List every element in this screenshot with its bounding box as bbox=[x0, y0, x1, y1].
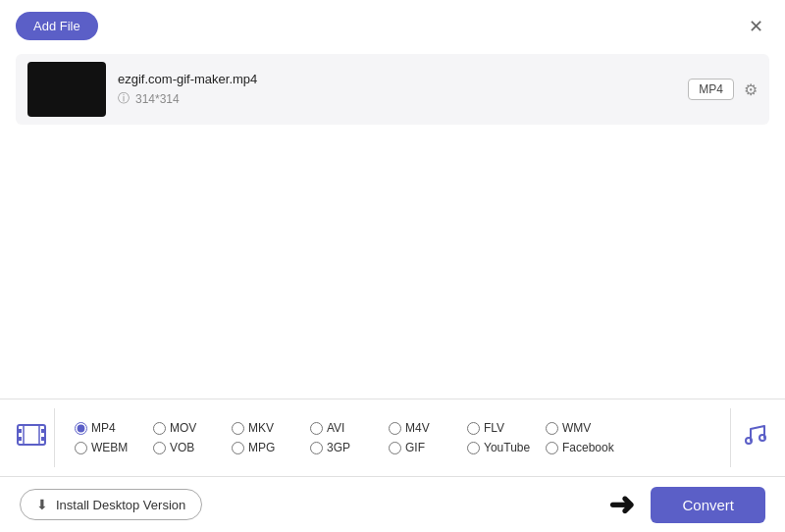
convert-button[interactable]: Convert bbox=[651, 487, 765, 523]
format-mov-radio[interactable] bbox=[153, 422, 166, 435]
svg-rect-0 bbox=[18, 425, 45, 445]
format-vob-label: VOB bbox=[170, 441, 194, 454]
format-wmv-label: WMV bbox=[562, 421, 591, 435]
file-info: ezgif.com-gif-maker.mp4 ⓘ 314*314 bbox=[118, 72, 676, 107]
file-meta: ⓘ 314*314 bbox=[118, 90, 676, 107]
format-mp4[interactable]: MP4 bbox=[75, 421, 153, 435]
svg-point-7 bbox=[746, 438, 752, 444]
format-avi[interactable]: AVI bbox=[310, 421, 389, 435]
format-youtube-radio[interactable] bbox=[467, 442, 480, 454]
format-badge: MP4 bbox=[688, 79, 734, 100]
install-label: Install Desktop Version bbox=[56, 498, 185, 512]
format-mov[interactable]: MOV bbox=[153, 421, 232, 435]
format-avi-label: AVI bbox=[327, 421, 344, 435]
file-item: ezgif.com-gif-maker.mp4 ⓘ 314*314 MP4 ⚙ bbox=[16, 54, 769, 125]
format-mpg-radio[interactable] bbox=[232, 442, 244, 454]
format-flv-radio[interactable] bbox=[467, 422, 480, 435]
audio-format-icon-area bbox=[730, 408, 777, 467]
footer-bar: ⬇ Install Desktop Version ➜ Convert bbox=[0, 477, 785, 532]
format-wmv-radio[interactable] bbox=[546, 422, 558, 435]
format-mpg-label: MPG bbox=[248, 441, 275, 454]
file-thumbnail bbox=[27, 62, 106, 117]
close-button[interactable]: ✕ bbox=[743, 16, 769, 37]
format-m4v[interactable]: M4V bbox=[389, 421, 467, 435]
format-m4v-radio[interactable] bbox=[389, 422, 401, 435]
format-mkv-label: MKV bbox=[248, 421, 274, 435]
format-gif-radio[interactable] bbox=[389, 442, 401, 454]
add-file-button[interactable]: Add File bbox=[16, 12, 98, 40]
format-m4v-label: M4V bbox=[405, 421, 430, 435]
format-mov-label: MOV bbox=[170, 421, 196, 435]
format-vob[interactable]: VOB bbox=[153, 441, 232, 454]
format-flv[interactable]: FLV bbox=[467, 421, 546, 435]
format-gif[interactable]: GIF bbox=[389, 441, 467, 454]
format-gif-label: GIF bbox=[405, 441, 425, 454]
format-3gp-label: 3GP bbox=[327, 441, 350, 454]
format-youtube[interactable]: YouTube bbox=[467, 441, 546, 454]
format-avi-radio[interactable] bbox=[310, 422, 323, 435]
file-name: ezgif.com-gif-maker.mp4 bbox=[118, 72, 676, 86]
svg-rect-3 bbox=[41, 429, 45, 433]
svg-rect-1 bbox=[18, 429, 22, 433]
svg-rect-2 bbox=[18, 437, 22, 441]
format-facebook-radio[interactable] bbox=[546, 442, 558, 454]
download-icon: ⬇ bbox=[36, 497, 48, 512]
film-icon bbox=[16, 419, 47, 457]
format-youtube-label: YouTube bbox=[484, 441, 530, 454]
file-actions: MP4 ⚙ bbox=[688, 79, 758, 100]
file-dimensions: 314*314 bbox=[135, 92, 180, 106]
format-bar: MP4 MOV MKV AVI M4V FLV bbox=[0, 399, 785, 477]
music-note-icon bbox=[741, 421, 768, 454]
arrow-right-icon: ➜ bbox=[608, 486, 635, 523]
format-facebook[interactable]: Facebook bbox=[546, 441, 624, 454]
svg-point-8 bbox=[759, 435, 765, 441]
footer-right: ➜ Convert bbox=[608, 486, 765, 523]
format-webm-label: WEBM bbox=[91, 441, 128, 454]
format-mpg[interactable]: MPG bbox=[232, 441, 310, 454]
format-facebook-label: Facebook bbox=[562, 441, 614, 454]
format-mp4-radio[interactable] bbox=[75, 422, 87, 435]
file-list: ezgif.com-gif-maker.mp4 ⓘ 314*314 MP4 ⚙ bbox=[0, 48, 785, 131]
settings-button[interactable]: ⚙ bbox=[744, 80, 758, 99]
format-wmv[interactable]: WMV bbox=[546, 421, 624, 435]
svg-rect-4 bbox=[41, 437, 45, 441]
format-mkv-radio[interactable] bbox=[232, 422, 244, 435]
info-icon: ⓘ bbox=[118, 90, 130, 107]
format-webm-radio[interactable] bbox=[75, 442, 87, 454]
format-3gp-radio[interactable] bbox=[310, 442, 323, 454]
video-format-icon-area bbox=[8, 408, 55, 467]
install-desktop-button[interactable]: ⬇ Install Desktop Version bbox=[20, 489, 202, 520]
format-webm[interactable]: WEBM bbox=[75, 441, 153, 454]
format-3gp[interactable]: 3GP bbox=[310, 441, 389, 454]
format-flv-label: FLV bbox=[484, 421, 504, 435]
format-vob-radio[interactable] bbox=[153, 442, 166, 454]
format-mkv[interactable]: MKV bbox=[232, 421, 310, 435]
top-bar: Add File ✕ bbox=[0, 0, 785, 48]
format-mp4-label: MP4 bbox=[91, 421, 116, 435]
